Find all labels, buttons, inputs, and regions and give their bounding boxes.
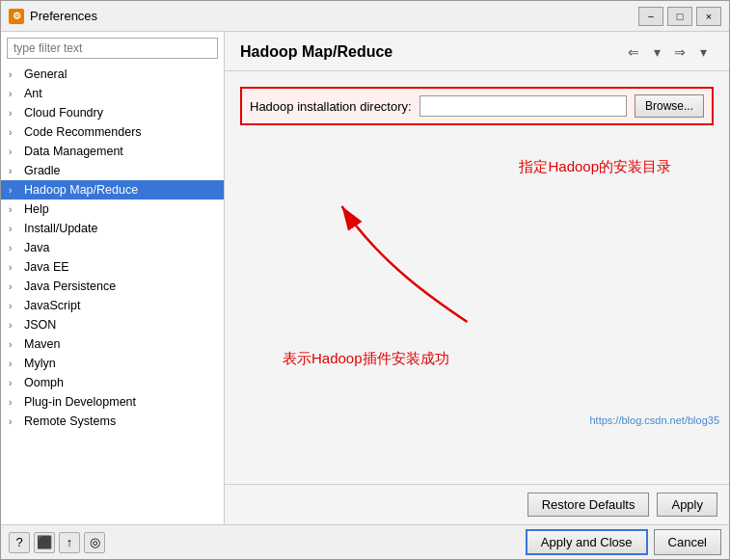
hadoop-dir-input[interactable] <box>419 95 627 117</box>
sidebar-item-label: Cloud Foundry <box>24 106 103 120</box>
chevron-icon: › <box>9 416 20 427</box>
panel-header: Hadoop Map/Reduce ⇐ ▾ ⇒ ▾ <box>225 32 729 71</box>
watermark: https://blog.csdn.net/blog35 <box>589 414 719 426</box>
chevron-icon: › <box>9 397 20 408</box>
forward-dropdown-button[interactable]: ▾ <box>692 41 714 63</box>
preferences-icon-button[interactable]: ⬛ <box>34 532 55 553</box>
sidebar-item-javascript[interactable]: ›JavaScript <box>1 296 224 315</box>
panel-footer: Restore Defaults Apply <box>225 484 729 524</box>
sidebar-item-label: Hadoop Map/Reduce <box>24 183 138 197</box>
sidebar-item-java-ee[interactable]: ›Java EE <box>1 257 224 277</box>
chevron-icon: › <box>9 127 20 138</box>
content-area: ›General›Ant›Cloud Foundry›Code Recommen… <box>1 32 729 524</box>
sidebar-item-label: Ant <box>24 87 42 100</box>
forward-button[interactable]: ⇒ <box>669 41 690 63</box>
sidebar-item-data-management[interactable]: ›Data Management <box>1 142 224 161</box>
window-title: Preferences <box>30 9 638 23</box>
sidebar-item-plug-in-development[interactable]: ›Plug-in Development <box>1 392 224 412</box>
close-button[interactable]: × <box>696 7 721 26</box>
sidebar: ›General›Ant›Cloud Foundry›Code Recommen… <box>1 32 225 524</box>
sidebar-item-label: JavaScript <box>24 299 80 312</box>
panel-title: Hadoop Map/Reduce <box>240 43 392 61</box>
sidebar-item-help[interactable]: ›Help <box>1 200 224 219</box>
sidebar-item-hadoop-map/reduce[interactable]: ›Hadoop Map/Reduce <box>1 180 224 200</box>
sidebar-item-json[interactable]: ›JSON <box>1 315 224 334</box>
sidebar-item-oomph[interactable]: ›Oomph <box>1 373 224 392</box>
restore-defaults-button[interactable]: Restore Defaults <box>527 493 650 517</box>
sidebar-item-label: General <box>24 67 67 81</box>
sidebar-item-general[interactable]: ›General <box>1 65 224 84</box>
chevron-icon: › <box>9 262 20 273</box>
sidebar-item-label: Java EE <box>24 260 69 274</box>
sidebar-item-label: Help <box>24 202 49 216</box>
sidebar-item-label: Plug-in Development <box>24 395 136 409</box>
sidebar-item-java-persistence[interactable]: ›Java Persistence <box>1 277 224 296</box>
chevron-icon: › <box>9 147 20 157</box>
sidebar-item-label: Maven <box>24 337 61 351</box>
chevron-icon: › <box>9 89 20 99</box>
minimize-button[interactable]: − <box>638 7 663 26</box>
chevron-icon: › <box>9 224 20 234</box>
sidebar-item-label: Data Management <box>24 145 123 158</box>
chevron-icon: › <box>9 69 20 80</box>
sidebar-item-ant[interactable]: ›Ant <box>1 84 224 103</box>
panel-body: Hadoop installation directory: Browse...… <box>225 71 729 484</box>
sidebar-item-label: Code Recommenders <box>24 125 142 139</box>
bottom-left-icons: ? ⬛ ↑ ◎ <box>9 532 105 553</box>
sidebar-list: ›General›Ant›Cloud Foundry›Code Recommen… <box>1 65 224 524</box>
panel-nav-icons: ⇐ ▾ ⇒ ▾ <box>623 41 714 63</box>
chevron-icon: › <box>9 166 20 176</box>
arrow-annotation <box>225 148 729 341</box>
sidebar-item-label: Java <box>24 241 49 254</box>
sidebar-item-maven[interactable]: ›Maven <box>1 334 224 354</box>
chevron-icon: › <box>9 339 20 350</box>
apply-button[interactable]: Apply <box>657 493 717 517</box>
chevron-icon: › <box>9 378 20 388</box>
sidebar-item-label: Oomph <box>24 376 64 389</box>
sidebar-item-label: JSON <box>24 318 56 332</box>
export-icon-button[interactable]: ↑ <box>59 532 80 553</box>
sidebar-item-label: Java Persistence <box>24 280 116 293</box>
apply-close-button[interactable]: Apply and Close <box>526 529 648 555</box>
chevron-icon: › <box>9 108 20 119</box>
main-panel: Hadoop Map/Reduce ⇐ ▾ ⇒ ▾ Hadoop install… <box>225 32 729 524</box>
chevron-icon: › <box>9 281 20 292</box>
sidebar-item-label: Install/Update <box>24 222 97 235</box>
annotation-2: 表示Hadoop插件安装成功 <box>283 350 449 368</box>
chevron-icon: › <box>9 359 20 369</box>
title-bar: ⚙ Preferences − □ × <box>1 1 729 32</box>
sidebar-item-label: Remote Systems <box>24 414 116 428</box>
help-icon-button[interactable]: ? <box>9 532 30 553</box>
bottom-bar: ? ⬛ ↑ ◎ Apply and Close Cancel <box>1 524 729 559</box>
sidebar-item-code-recommenders[interactable]: ›Code Recommenders <box>1 122 224 142</box>
settings-icon-button[interactable]: ◎ <box>84 532 105 553</box>
preferences-window: ⚙ Preferences − □ × ›General›Ant›Cloud F… <box>0 0 730 560</box>
sidebar-item-java[interactable]: ›Java <box>1 238 224 257</box>
hadoop-dir-label: Hadoop installation directory: <box>250 99 412 114</box>
cancel-button[interactable]: Cancel <box>654 529 721 555</box>
back-button[interactable]: ⇐ <box>623 41 644 63</box>
chevron-icon: › <box>9 320 20 331</box>
sidebar-item-cloud-foundry[interactable]: ›Cloud Foundry <box>1 103 224 122</box>
sidebar-item-mylyn[interactable]: ›Mylyn <box>1 354 224 373</box>
app-icon: ⚙ <box>9 9 24 24</box>
sidebar-item-gradle[interactable]: ›Gradle <box>1 161 224 180</box>
bottom-right-buttons: Apply and Close Cancel <box>526 529 721 555</box>
annotation-1: 指定Hadoop的安装目录 <box>519 158 671 176</box>
chevron-icon: › <box>9 243 20 253</box>
chevron-icon: › <box>9 185 20 196</box>
chevron-icon: › <box>9 204 20 215</box>
hadoop-dir-row: Hadoop installation directory: Browse... <box>240 87 714 125</box>
sidebar-item-label: Gradle <box>24 164 61 177</box>
chevron-icon: › <box>9 301 20 311</box>
filter-input[interactable] <box>7 38 218 59</box>
maximize-button[interactable]: □ <box>667 7 692 26</box>
back-dropdown-button[interactable]: ▾ <box>646 41 667 63</box>
browse-button[interactable]: Browse... <box>635 94 704 118</box>
sidebar-item-install/update[interactable]: ›Install/Update <box>1 219 224 238</box>
sidebar-item-label: Mylyn <box>24 357 56 370</box>
sidebar-item-remote-systems[interactable]: ›Remote Systems <box>1 412 224 431</box>
window-controls: − □ × <box>638 7 721 26</box>
